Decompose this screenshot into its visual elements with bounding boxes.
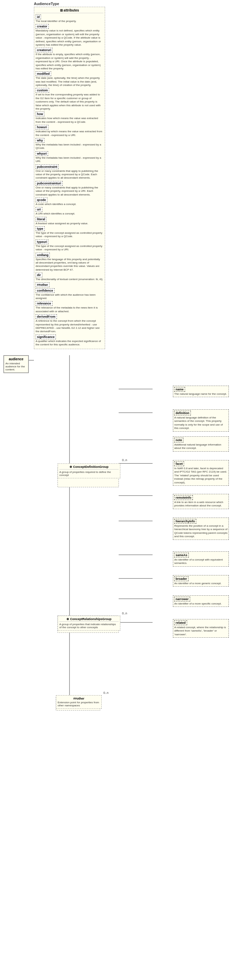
concept-def-group-header: ⊕ ConceptDefinitionGroup [59,465,119,469]
attr-qcode-name: qcode [35,197,48,202]
right-item-narrower-name: narrower [174,597,190,601]
right-item-related-name: related [174,620,187,625]
right-item-hierarchyinfo-name: hierarchyInfo [174,519,196,523]
concept-rel-group-desc: A group of properties that indicate rela… [59,623,119,629]
right-item-note-name: note [174,438,183,442]
right-item-sameas-name: sameAs [174,553,189,557]
right-item-note-desc: Additional natural language information … [174,443,228,450]
attr-type-name: type [35,226,45,231]
concept-rel-group-header: ⊕ ConceptRelationshipsGroup [59,617,119,622]
right-item-facet-desc: In NAR 0.8 and later, facet is deprecate… [174,467,228,484]
right-item-broader-desc: An identifier of a more generic concept. [174,582,228,585]
attr-uri: uri A URI which identifies a concept. [35,207,103,215]
audience-type-title: AudienceType [34,2,59,6]
ffother-desc: Extension point for properties from othe… [58,701,100,707]
right-item-remoteinfo-desc: A link to an item in a web resource whic… [174,501,228,508]
attr-significance-name: significance [35,334,56,339]
attr-confidence-name: confidence [35,288,55,293]
attr-creatoruri-desc: If the attribute is empty, specifies whi… [35,53,103,70]
audience-desc: An intended audience for the content. [5,362,27,371]
attr-significance: significance A qualifier which indicates… [35,334,103,347]
right-item-remoteinfo: remoteInfoA link to an item in a web res… [173,494,229,509]
right-item-note: noteAdditional natural language informat… [173,436,229,452]
attr-whyuri: whyuri Why the metadata has been include… [35,151,103,163]
right-item-definition-desc: A natural language definition of the sem… [174,416,228,430]
attr-why-name: why [35,138,45,143]
right-item-sameas: sameAsAn identifier of a concept with eq… [173,551,229,566]
attr-custom-desc: If set to true the corresponding propert… [35,93,103,111]
attr-dir-desc: The directionality of textual content (e… [35,278,103,281]
right-item-hierarchyinfo: hierarchyInfoRepresents the position of … [173,517,229,540]
diagram-container: AudienceType ⊞ attributes id The local i… [0,0,239,980]
attr-pubconstraint: pubconstraint One or many constraints th… [35,164,103,180]
attr-derivedfrom-desc: A reference to the concept from which th… [35,319,103,334]
attr-literal-name: literal [35,217,47,221]
attributes-header: ⊞ attributes [35,8,103,13]
attr-literal-desc: A freetext value assigned as property va… [35,222,103,225]
right-item-broader-name: broader [174,576,188,581]
attr-type: type The type of the concept assigned as… [35,226,103,239]
attr-xmllang: xmllang Specifies the language of this p… [35,253,103,272]
attr-literal: literal A freetext value assigned as pro… [35,217,103,225]
attr-uri-desc: A URI which identifies a concept. [35,212,103,215]
attr-how-desc: Indicates how which means the value was … [35,117,103,124]
attr-pubconstrainturi-desc: One or many constraints that apply to pu… [35,186,103,197]
attr-derivedfrom: derivedFrom A reference to the concept f… [35,314,103,334]
audience-box: audience An intended audience for the co… [3,355,29,373]
attr-creator: creator Mandatory value is not defined, … [35,24,103,47]
right-item-hierarchyinfo-desc: Represents the position of a concept in … [174,524,228,539]
attr-why-desc: Why the metadata has been included - exp… [35,143,103,150]
attr-relevance: relevance The relevance of the metadata … [35,301,103,313]
attr-why: why Why the metadata has been included -… [35,138,103,150]
right-item-remoteinfo-name: remoteInfo [174,495,193,500]
right-item-narrower: narrowerAn identifier of a more specific… [173,595,229,607]
attr-howuri: howuri Indicated by which means the valu… [35,125,103,137]
ffother-box: ##other Extension point for properties f… [56,695,102,709]
attr-creator-name: creator [35,24,49,29]
attr-typeuri-name: typeuri [35,240,48,244]
attr-custom-name: custom [35,88,49,93]
right-item-sameas-desc: An identifier of a concept with equivale… [174,558,228,565]
attr-type-desc: The type of the concept assigned as cont… [35,231,103,239]
attr-whyuri-desc: Why the metadata has been included - exp… [35,156,103,163]
concept-rel-multiplicity: 0..n [122,612,127,615]
attr-dir: dir The directionality of textual conten… [35,273,103,281]
attr-confidence-desc: The confidence with which the audience h… [35,293,103,301]
concept-def-group-desc: A group of properties required to define… [59,471,119,477]
attr-creatoruri-name: creatoruri [35,48,53,52]
attr-pubconstraint-name: pubconstraint [35,164,59,169]
attr-pubconstraint-desc: One or many constraints that apply to pu… [35,169,103,180]
attr-how-name: how [35,111,45,116]
attr-pubconstrainturi-name: pubconstrainturi [35,181,63,186]
right-item-name-name: name [174,387,185,392]
attr-howuri-desc: Indicated by which means the value was e… [35,130,103,137]
attr-qcode-desc: A code which identifies a concept. [35,203,103,206]
attr-relevance-desc: The relevance of the metadata to the new… [35,306,103,313]
attr-how: how Indicates how which means the value … [35,111,103,124]
attr-modified-desc: The date (and, optionally, the time) whe… [35,76,103,87]
concept-def-multiplicity: 0..n [122,458,127,462]
right-item-narrower-desc: An identifier of a more specific concept… [174,602,228,606]
attr-modified-name: modified [35,72,51,76]
right-item-definition-name: definition [174,410,191,415]
right-item-broader: broaderAn identifier of a more generic c… [173,575,229,587]
concept-def-group-box: ⊕ ConceptDefinitionGroup A group of prop… [58,463,120,478]
attr-uri-name: uri [35,207,42,212]
right-item-name: nameThe natural language name for the co… [173,386,229,397]
attr-custom: custom If set to true the corresponding … [35,88,103,111]
attr-typeuri-desc: The type of the concept assigned as cont… [35,245,103,252]
right-item-definition: definitionA natural language definition … [173,409,229,432]
attr-other: ##other [35,282,103,287]
concept-rel-group-box: ⊕ ConceptRelationshipsGroup A group of p… [58,616,120,630]
attr-relevance-name: relevance [35,301,53,306]
ffother-multiplicity: 0..n [103,691,109,695]
attr-whyuri-name: whyuri [35,151,48,156]
attr-modified: modified The date (and, optionally, the … [35,72,103,87]
right-item-related: relatedA related concept, where the rela… [173,619,229,638]
ffother-header: ##other [58,697,100,700]
attr-id: id The local identifier of the property. [35,14,103,23]
attr-derivedfrom-name: derivedFrom [35,314,57,319]
attr-other-name: ##other [35,282,50,287]
right-item-name-desc: The natural language name for the concep… [174,392,228,396]
attr-id-name: id [35,14,41,19]
